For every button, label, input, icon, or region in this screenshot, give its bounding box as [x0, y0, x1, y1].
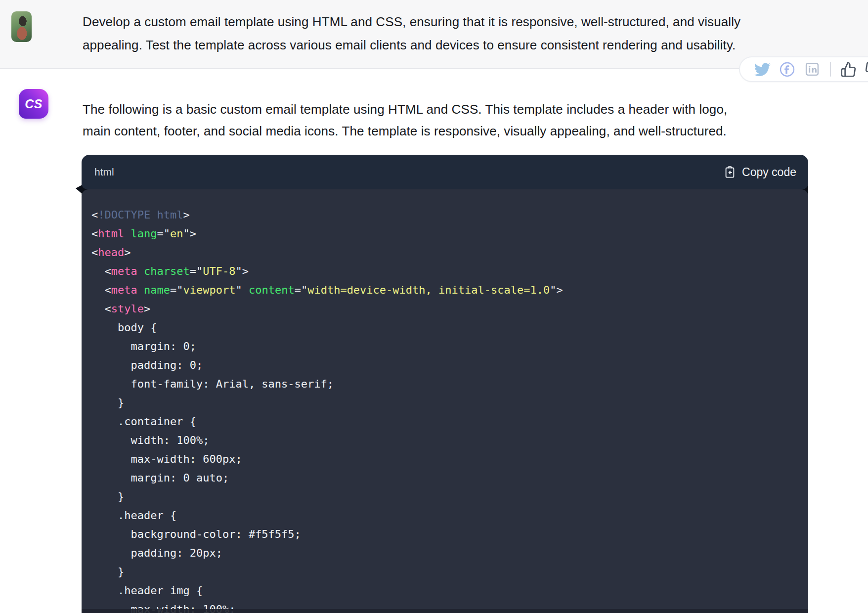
code-line: .header {	[91, 506, 796, 525]
twitter-share-icon[interactable]	[753, 61, 771, 78]
code-line: width: 100%;	[91, 431, 796, 450]
toolbar-divider	[830, 62, 831, 77]
user-message-row: Develop a custom email template using HT…	[0, 0, 868, 69]
code-line: <head>	[91, 243, 796, 262]
code-line: padding: 20px;	[91, 544, 796, 563]
code-line: .container {	[91, 412, 796, 431]
assistant-avatar: CS	[19, 89, 48, 119]
code-language-label: html	[94, 166, 114, 178]
linkedin-share-icon[interactable]	[804, 61, 821, 78]
code-line: <meta name="viewport" content="width=dev…	[91, 281, 796, 300]
horizontal-scrollbar[interactable]	[82, 609, 808, 613]
code-line: }	[91, 563, 796, 581]
code-line: background-color: #f5f5f5;	[91, 525, 796, 544]
code-body: <!DOCTYPE html><html lang="en"><head> <m…	[82, 189, 808, 613]
clipboard-copy-icon	[723, 166, 737, 179]
user-message-line: appealing. Test the template across vari…	[83, 34, 814, 57]
code-line: body {	[91, 318, 796, 337]
assistant-message-line: The following is a basic custom email te…	[83, 98, 814, 120]
copy-code-label: Copy code	[742, 166, 796, 179]
user-message-line: Develop a custom email template using HT…	[83, 10, 814, 34]
code-line: }	[91, 487, 796, 506]
share-toolbar	[739, 56, 868, 82]
thumbs-down-icon[interactable]	[865, 61, 868, 78]
code-line: <meta charset="UTF-8">	[91, 262, 796, 281]
user-message: Develop a custom email template using HT…	[83, 10, 814, 57]
assistant-message-line: main content, footer, and social media i…	[83, 120, 814, 142]
code-content: <!DOCTYPE html><html lang="en"><head> <m…	[82, 189, 808, 613]
code-block-header: html Copy code	[82, 155, 808, 189]
code-line: max-width: 600px;	[91, 450, 796, 469]
facebook-share-icon[interactable]	[779, 61, 796, 78]
code-block: html Copy code <!DOCTYPE html><html lang…	[82, 155, 808, 613]
code-line: padding: 0;	[91, 356, 796, 375]
code-line: margin: 0 auto;	[91, 469, 796, 487]
user-avatar	[11, 11, 32, 42]
assistant-message: The following is a basic custom email te…	[83, 98, 814, 142]
assistant-avatar-label: CS	[25, 97, 43, 111]
code-line: }	[91, 394, 796, 412]
chat-screen: Develop a custom email template using HT…	[0, 0, 868, 613]
code-line: margin: 0;	[91, 337, 796, 356]
copy-code-button[interactable]: Copy code	[723, 166, 796, 179]
thumbs-up-icon[interactable]	[840, 61, 857, 78]
code-line: <style>	[91, 300, 796, 318]
code-line: .header img {	[91, 581, 796, 600]
code-line: <html lang="en">	[91, 224, 796, 243]
code-line: font-family: Arial, sans-serif;	[91, 375, 796, 394]
code-line: <!DOCTYPE html>	[91, 206, 796, 224]
